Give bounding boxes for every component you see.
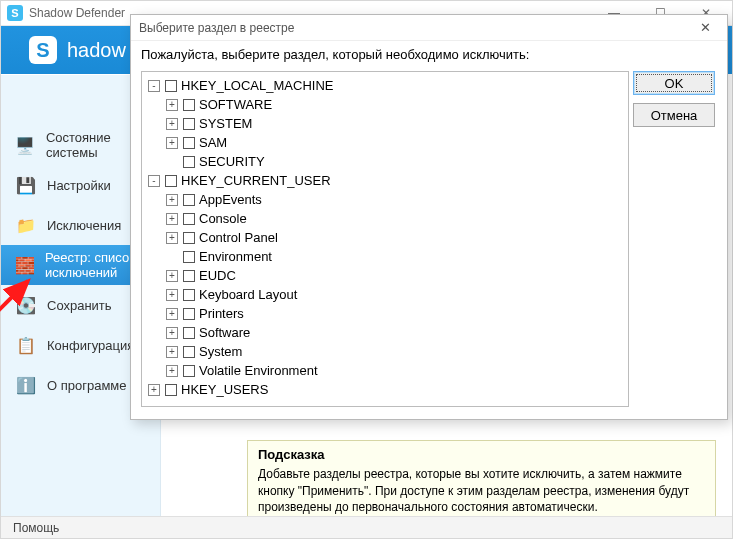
tree-node[interactable]: +System [148, 342, 622, 361]
tree-node-label: HKEY_CURRENT_USER [181, 171, 331, 190]
sidebar-item-icon: ℹ️ [15, 374, 37, 396]
sidebar-item-icon: 💾 [15, 174, 37, 196]
tree-node[interactable]: +HKEY_USERS [148, 380, 622, 399]
app-title: Shadow Defender [29, 6, 125, 20]
tree-node[interactable]: +Control Panel [148, 228, 622, 247]
tree-node-label: SECURITY [199, 152, 265, 171]
tree-checkbox[interactable] [183, 308, 195, 320]
tree-node-label: HKEY_LOCAL_MACHINE [181, 76, 333, 95]
tree-checkbox[interactable] [183, 137, 195, 149]
tree-node[interactable]: +Keyboard Layout [148, 285, 622, 304]
tree-checkbox[interactable] [183, 289, 195, 301]
sidebar-item-label: О программе [47, 378, 127, 393]
tree-spacer [166, 156, 178, 168]
sidebar-item-icon: 🧱 [15, 254, 35, 276]
dialog-title: Выберите раздел в реестре [139, 21, 294, 35]
tree-node[interactable]: +EUDC [148, 266, 622, 285]
sidebar-item-label: Исключения [47, 218, 121, 233]
registry-select-dialog: Выберите раздел в реестре ✕ Пожалуйста, … [130, 14, 728, 420]
expand-icon[interactable]: + [166, 365, 178, 377]
hint-title: Подсказка [258, 447, 705, 462]
tree-node[interactable]: -HKEY_LOCAL_MACHINE [148, 76, 622, 95]
dialog-titlebar: Выберите раздел в реестре ✕ [131, 15, 727, 41]
tree-checkbox[interactable] [183, 327, 195, 339]
tree-checkbox[interactable] [165, 80, 177, 92]
sidebar-item-label: Конфигурация [47, 338, 134, 353]
sidebar-item-icon: 💽 [15, 294, 37, 316]
statusbar: Помощь [1, 516, 732, 538]
tree-node-label: AppEvents [199, 190, 262, 209]
tree-checkbox[interactable] [183, 232, 195, 244]
tree-checkbox[interactable] [183, 118, 195, 130]
tree-node[interactable]: +Printers [148, 304, 622, 323]
tree-checkbox[interactable] [183, 365, 195, 377]
tree-node-label: Control Panel [199, 228, 278, 247]
cancel-button[interactable]: Отмена [633, 103, 715, 127]
tree-checkbox[interactable] [183, 270, 195, 282]
ok-button[interactable]: OK [633, 71, 715, 95]
tree-spacer [166, 251, 178, 263]
tree-node[interactable]: +Volatile Environment [148, 361, 622, 380]
sidebar-item-icon: 🖥️ [15, 134, 36, 156]
expand-icon[interactable]: + [166, 327, 178, 339]
dialog-prompt: Пожалуйста, выберите раздел, который нео… [141, 47, 715, 62]
expand-icon[interactable]: + [166, 99, 178, 111]
tree-node[interactable]: +SYSTEM [148, 114, 622, 133]
tree-checkbox[interactable] [183, 156, 195, 168]
expand-icon[interactable]: + [166, 289, 178, 301]
sidebar-item-label: Настройки [47, 178, 111, 193]
tree-node-label: Environment [199, 247, 272, 266]
sidebar-item-icon: 📁 [15, 214, 37, 236]
tree-node-label: HKEY_USERS [181, 380, 268, 399]
tree-node-label: Console [199, 209, 247, 228]
tree-checkbox[interactable] [165, 175, 177, 187]
tree-checkbox[interactable] [183, 251, 195, 263]
tree-node[interactable]: Environment [148, 247, 622, 266]
sidebar-item-icon: 📋 [15, 334, 37, 356]
dialog-close-button[interactable]: ✕ [691, 20, 719, 35]
tree-checkbox[interactable] [183, 346, 195, 358]
tree-node-label: Volatile Environment [199, 361, 318, 380]
app-icon: S [7, 5, 23, 21]
sidebar-item-label: Сохранить [47, 298, 112, 313]
tree-node-label: SOFTWARE [199, 95, 272, 114]
collapse-icon[interactable]: - [148, 80, 160, 92]
status-help[interactable]: Помощь [13, 521, 59, 535]
expand-icon[interactable]: + [166, 270, 178, 282]
tree-node[interactable]: +SAM [148, 133, 622, 152]
tree-node-label: System [199, 342, 242, 361]
tree-node-label: Printers [199, 304, 244, 323]
tree-node[interactable]: +Software [148, 323, 622, 342]
registry-tree[interactable]: -HKEY_LOCAL_MACHINE+SOFTWARE+SYSTEM+SAMS… [141, 71, 629, 407]
expand-icon[interactable]: + [166, 308, 178, 320]
tree-node-label: SAM [199, 133, 227, 152]
tree-node-label: EUDC [199, 266, 236, 285]
tree-node-label: Software [199, 323, 250, 342]
expand-icon[interactable]: + [166, 137, 178, 149]
tree-checkbox[interactable] [183, 213, 195, 225]
expand-icon[interactable]: + [166, 194, 178, 206]
tree-checkbox[interactable] [183, 99, 195, 111]
expand-icon[interactable]: + [166, 232, 178, 244]
hint-text: Добавьте разделы реестра, которые вы хот… [258, 466, 705, 515]
tree-node[interactable]: +Console [148, 209, 622, 228]
tree-node-label: SYSTEM [199, 114, 252, 133]
tree-node-label: Keyboard Layout [199, 285, 297, 304]
expand-icon[interactable]: + [148, 384, 160, 396]
tree-checkbox[interactable] [183, 194, 195, 206]
hint-box: Подсказка Добавьте разделы реестра, кото… [247, 440, 716, 526]
expand-icon[interactable]: + [166, 213, 178, 225]
app-logo-icon: S [29, 36, 57, 64]
tree-node[interactable]: +AppEvents [148, 190, 622, 209]
expand-icon[interactable]: + [166, 118, 178, 130]
collapse-icon[interactable]: - [148, 175, 160, 187]
expand-icon[interactable]: + [166, 346, 178, 358]
tree-node[interactable]: +SOFTWARE [148, 95, 622, 114]
tree-node[interactable]: SECURITY [148, 152, 622, 171]
tree-checkbox[interactable] [165, 384, 177, 396]
tree-node[interactable]: -HKEY_CURRENT_USER [148, 171, 622, 190]
